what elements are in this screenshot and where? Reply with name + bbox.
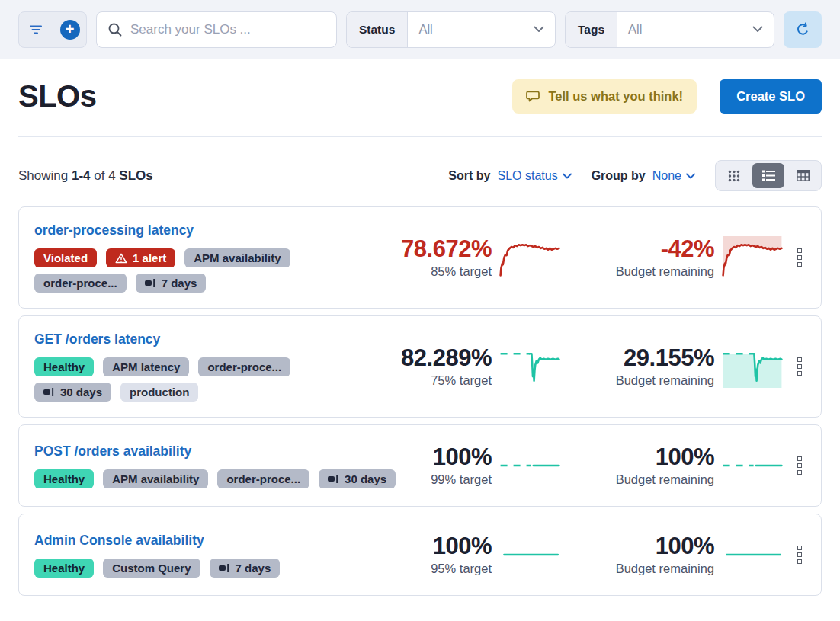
- slo-title-link[interactable]: Admin Console availability: [34, 533, 204, 549]
- header-actions: Tell us what you think! Create SLO: [512, 79, 822, 114]
- slo-card: order-processing latencyViolated1 alertA…: [18, 206, 822, 309]
- status-badge[interactable]: Healthy: [34, 559, 94, 578]
- slo-title-link[interactable]: order-processing latency: [34, 222, 194, 238]
- metric-label: Budget remaining: [601, 562, 714, 576]
- badge-label: order-proce...: [43, 277, 117, 290]
- tag-badge[interactable]: APM availability: [184, 248, 290, 267]
- grid-view-button[interactable]: [718, 163, 750, 188]
- badge-label: Violated: [43, 251, 88, 264]
- metric-value: 100%: [379, 533, 492, 559]
- error-budget-metric: 100%Budget remaining: [601, 533, 783, 576]
- list-controls-right: Sort by SLO status Group by None: [448, 160, 822, 191]
- metric-value: 100%: [379, 444, 492, 470]
- error-budget-metric: 29.155%Budget remaining: [601, 345, 783, 388]
- add-view-button[interactable]: +: [53, 12, 86, 47]
- slo-card-info: order-processing latencyViolated1 alertA…: [34, 222, 379, 293]
- slo-badge-rows: HealthyAPM availabilityorder-proce...30 …: [34, 469, 379, 488]
- feedback-button[interactable]: Tell us what you think!: [512, 79, 697, 114]
- budget-history-sparkline: [722, 444, 783, 487]
- table-view-button[interactable]: [787, 163, 819, 188]
- status-badge[interactable]: Violated: [34, 248, 97, 267]
- badge-row: HealthyAPM availabilityorder-proce...30 …: [34, 469, 379, 488]
- tag-badge[interactable]: APM latency: [103, 357, 189, 376]
- tag-badge[interactable]: Custom Query: [103, 559, 200, 578]
- badge-label: APM availability: [112, 472, 199, 485]
- tag-badge[interactable]: order-proce...: [217, 469, 309, 488]
- create-slo-button[interactable]: Create SLO: [720, 79, 822, 114]
- slo-status-metric: 100%99% target: [379, 444, 560, 487]
- badge-row: 30 daysproduction: [34, 383, 379, 402]
- status-badge[interactable]: Healthy: [34, 357, 94, 376]
- saved-views-filter-button[interactable]: [19, 12, 53, 47]
- slo-card-info: POST /orders availabilityHealthyAPM avai…: [34, 443, 379, 488]
- badge-label: Custom Query: [112, 562, 191, 575]
- search-icon: [107, 22, 123, 37]
- tags-filter-dropdown[interactable]: Tags All: [565, 11, 774, 48]
- tag-badge[interactable]: APM availability: [103, 469, 208, 488]
- tag-badge[interactable]: 30 days: [34, 383, 111, 402]
- list-view-button[interactable]: [752, 163, 784, 188]
- slo-card: GET /orders latencyHealthyAPM latencyord…: [18, 315, 822, 418]
- tag-badge[interactable]: order-proce...: [198, 357, 290, 376]
- budget-history-sparkline: [722, 533, 783, 576]
- refresh-icon: [794, 21, 811, 38]
- budget-history-sparkline: [722, 236, 783, 279]
- metric-value: 100%: [601, 533, 714, 559]
- badge-label: 30 days: [60, 386, 102, 399]
- slo-status-metric: 100%95% target: [379, 533, 560, 576]
- sort-by-control: Sort by SLO status: [448, 169, 571, 183]
- metric-value: 78.672%: [379, 236, 492, 262]
- warning-triangle-icon: [115, 253, 127, 264]
- status-history-sparkline: [499, 533, 560, 576]
- card-menu-kebab-icon[interactable]: [792, 244, 807, 271]
- chevron-down-icon: [686, 173, 695, 179]
- budget-history-sparkline: [722, 345, 783, 388]
- plus-icon: +: [60, 20, 80, 40]
- chevron-down-icon: [534, 26, 544, 33]
- slo-metrics: 82.289%75% target29.155%Budget remaining: [379, 345, 787, 388]
- slo-card-info: Admin Console availabilityHealthyCustom …: [34, 533, 379, 578]
- slo-badge-rows: Violated1 alertAPM availabilityorder-pro…: [34, 248, 379, 293]
- tag-badge[interactable]: order-proce...: [34, 274, 127, 293]
- error-budget-metric: 100%Budget remaining: [601, 444, 783, 487]
- time-window-icon: [43, 387, 55, 397]
- status-history-sparkline: [499, 236, 560, 279]
- metric-label: Budget remaining: [601, 472, 714, 487]
- status-badge[interactable]: Healthy: [34, 469, 94, 488]
- badge-label: APM availability: [194, 251, 281, 264]
- slo-title-link[interactable]: POST /orders availability: [34, 443, 191, 459]
- time-window-icon: [145, 278, 156, 288]
- status-filter-label: Status: [347, 12, 408, 47]
- slo-card-info: GET /orders latencyHealthyAPM latencyord…: [34, 331, 379, 402]
- metric-label: Budget remaining: [601, 373, 714, 388]
- metric-label: Budget remaining: [601, 264, 714, 279]
- speech-bubble-icon: [526, 90, 541, 104]
- tag-badge[interactable]: production: [120, 383, 198, 402]
- page-title: SLOs: [18, 79, 96, 114]
- status-badge[interactable]: 1 alert: [106, 248, 175, 267]
- tag-badge[interactable]: 7 days: [136, 274, 207, 293]
- metric-text: 29.155%Budget remaining: [601, 345, 714, 388]
- sort-by-dropdown[interactable]: SLO status: [497, 169, 571, 183]
- card-menu-kebab-icon[interactable]: [792, 353, 807, 380]
- status-filter-dropdown[interactable]: Status All: [346, 11, 556, 48]
- badge-label: order-proce...: [226, 472, 300, 485]
- refresh-button[interactable]: [784, 11, 822, 48]
- table-view-icon: [797, 170, 810, 181]
- slo-title-link[interactable]: GET /orders latency: [34, 331, 160, 347]
- metric-label: 75% target: [379, 373, 492, 388]
- card-menu-kebab-icon[interactable]: [792, 452, 807, 479]
- slo-badge-rows: HealthyCustom Query7 days: [34, 559, 379, 578]
- search-input[interactable]: [130, 22, 325, 37]
- badge-label: production: [130, 386, 189, 399]
- badge-row: HealthyAPM latencyorder-proce...: [34, 357, 379, 376]
- tag-badge[interactable]: 7 days: [210, 559, 281, 578]
- card-menu-kebab-icon[interactable]: [792, 541, 807, 568]
- feedback-button-label: Tell us what you think!: [549, 89, 684, 104]
- slo-metrics: 100%99% target100%Budget remaining: [379, 444, 787, 487]
- slo-metrics: 100%95% target100%Budget remaining: [379, 533, 787, 576]
- group-by-dropdown[interactable]: None: [652, 169, 695, 183]
- search-box: [96, 11, 337, 48]
- metric-value: 100%: [601, 444, 714, 470]
- badge-label: Healthy: [43, 360, 85, 373]
